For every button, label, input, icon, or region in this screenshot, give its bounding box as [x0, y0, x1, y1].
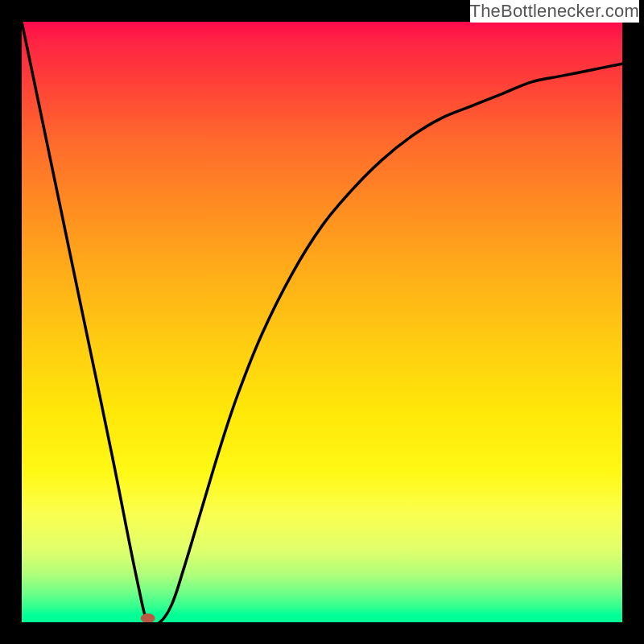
minimum-marker — [141, 613, 155, 622]
chart-svg-layer — [22, 22, 622, 622]
bottleneck-curve-path — [22, 22, 622, 622]
chart-outer-frame: TheBottlenecker.com — [0, 0, 644, 644]
chart-plot-area — [22, 22, 622, 622]
attribution-label: TheBottlenecker.com — [470, 0, 639, 23]
